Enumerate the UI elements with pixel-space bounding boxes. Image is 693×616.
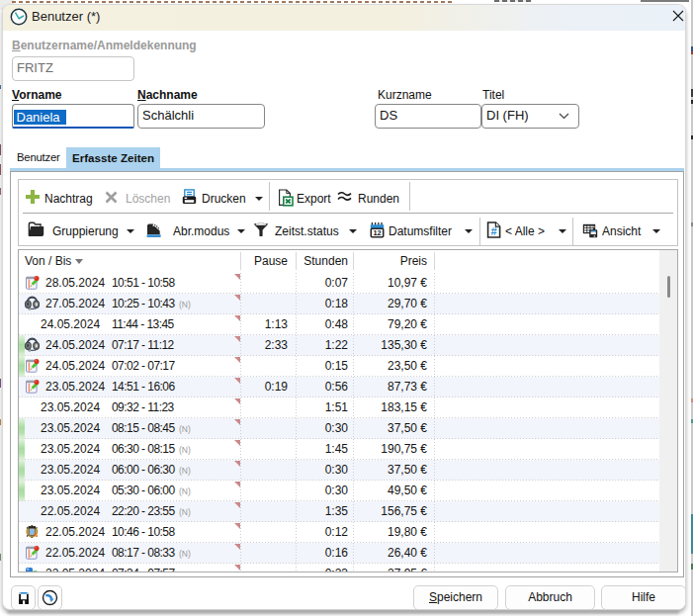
svg-text:#: # [491, 225, 497, 237]
svg-text:12: 12 [373, 228, 381, 237]
